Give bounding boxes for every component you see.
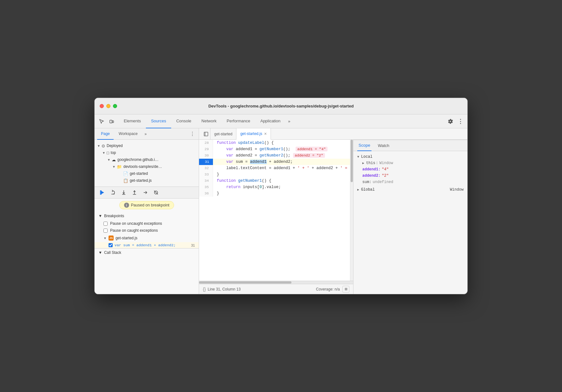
resume-button[interactable]	[98, 189, 106, 196]
line-num-28[interactable]: 28	[199, 140, 213, 146]
more-tabs-button[interactable]: »	[285, 114, 293, 128]
tree-file-html[interactable]: 📄 get-started	[95, 170, 199, 177]
scope-addend1-val: "4"	[382, 167, 389, 172]
code-lines: 28 function updateLabel() { 29 var adden…	[199, 140, 350, 197]
line-num-32[interactable]: 32	[199, 165, 213, 171]
line-num-33[interactable]: 33	[199, 171, 213, 178]
line-content-34: function getNumber1() {	[213, 178, 350, 184]
code-editor[interactable]: 28 function updateLabel() { 29 var adden…	[199, 140, 350, 281]
code-line-36: 36 }	[199, 190, 350, 197]
file-tree: ▼ ⊙ Deployed ▼ □ top ▼ ☁ googlechrome.gi…	[95, 140, 199, 187]
horizontal-scrollbar[interactable]	[199, 281, 353, 284]
tab-performance[interactable]: Performance	[222, 114, 255, 128]
line-num-36[interactable]: 36	[199, 190, 213, 197]
tab-page[interactable]: Page	[97, 128, 114, 140]
scope-this-row[interactable]: ▶ this : Window	[353, 160, 467, 166]
scope-addend2-key: addend2:	[362, 174, 381, 178]
scope-this-colon: :	[376, 161, 378, 165]
tab-scope[interactable]: Scope	[357, 140, 372, 151]
bottom-left-panel: i Paused on breakpoint ▼ Breakpoints Pau…	[95, 187, 199, 294]
coverage-detail-button[interactable]: ⊞	[342, 286, 349, 293]
call-stack-section-header[interactable]: ▼ Call Stack	[95, 248, 199, 257]
top-icon: □	[107, 150, 109, 155]
code-line-33: 33 }	[199, 171, 350, 178]
tab-network[interactable]: Network	[197, 114, 222, 128]
line-num-35[interactable]: 35	[199, 184, 213, 190]
maximize-button[interactable]	[113, 104, 117, 108]
more-sidebar-tabs[interactable]: »	[143, 132, 149, 136]
scope-area: Scope Watch ▼ Local ▶ this :	[353, 140, 467, 294]
tab-get-started[interactable]: get-started	[210, 128, 236, 140]
line-content-36: }	[213, 190, 350, 197]
line-num-34[interactable]: 34	[199, 178, 213, 184]
domain-icon: ☁	[112, 157, 116, 162]
paused-label: Paused on breakpoint	[131, 203, 170, 207]
sidebar-menu-button[interactable]: ⋮	[189, 130, 196, 138]
hscroll-thumb[interactable]	[199, 281, 291, 284]
close-tab-icon[interactable]: ×	[264, 132, 267, 136]
deactivate-breakpoints-button[interactable]	[152, 189, 160, 196]
vertical-scrollbar[interactable]	[350, 140, 353, 281]
settings-button[interactable]	[446, 117, 455, 126]
svg-rect-0	[110, 120, 112, 123]
more-options-button[interactable]: ⋮	[456, 117, 465, 126]
close-button[interactable]	[100, 104, 104, 108]
tab-watch[interactable]: Watch	[377, 140, 390, 151]
scrollbar-thumb[interactable]	[351, 140, 353, 182]
svg-rect-13	[204, 132, 208, 136]
devtools-toolbar: Elements Sources Console Network Perform…	[95, 114, 467, 128]
tree-domain[interactable]: ▼ ☁ googlechrome.github.i…	[95, 156, 183, 163]
breakpoint-checkbox[interactable]	[109, 243, 113, 247]
coverage-label: Coverage: n/a	[316, 287, 340, 291]
pause-caught-row: Pause on caught exceptions	[95, 227, 199, 234]
code-area: 28 function updateLabel() { 29 var adden…	[199, 140, 353, 294]
device-toolbar-button[interactable]	[107, 117, 116, 126]
tab-get-started-js[interactable]: get-started.js ×	[236, 128, 271, 140]
statusbar-right: Coverage: n/a ⊞	[316, 286, 349, 293]
line-num-31[interactable]: 31	[199, 159, 213, 165]
scope-addend2-row: addend2: "2"	[353, 173, 467, 179]
line-content-33: }	[213, 171, 350, 178]
pause-caught-checkbox[interactable]	[103, 229, 108, 233]
tree-file-js[interactable]: 📋 get-started.js	[95, 177, 199, 184]
minimize-button[interactable]	[106, 104, 110, 108]
tree-deployed[interactable]: ▼ ⊙ Deployed	[95, 142, 199, 149]
step-button[interactable]	[141, 189, 149, 196]
code-tabs: get-started get-started.js ×	[199, 128, 467, 140]
global-label: Global	[361, 187, 375, 192]
traffic-lights	[100, 104, 117, 108]
pause-uncaught-row: Pause on uncaught exceptions	[95, 220, 199, 227]
tab-sources[interactable]: Sources	[146, 114, 171, 128]
breakpoints-label: Breakpoints	[104, 214, 124, 218]
toggle-sidebar-button[interactable]	[202, 128, 210, 140]
step-into-button[interactable]	[120, 189, 128, 196]
step-out-button[interactable]	[131, 189, 138, 196]
scope-global-header[interactable]: ▶ Global Window	[353, 187, 467, 193]
tab-console[interactable]: Console	[171, 114, 197, 128]
breakpoint-code: var sum = addend1 + addend2;	[115, 243, 189, 247]
scope-local-header[interactable]: ▼ Local	[353, 154, 467, 160]
toolbar-right: ⋮	[446, 117, 465, 126]
info-icon: i	[124, 203, 129, 208]
arrow-icon: ▼	[102, 151, 105, 155]
tab-application[interactable]: Application	[255, 114, 286, 128]
local-label: Local	[361, 155, 372, 159]
tree-folder[interactable]: ▼ 📁 devtools-samples/de…	[95, 163, 180, 170]
scope-sum-key: sum:	[362, 180, 372, 184]
tab-workspace[interactable]: Workspace	[115, 128, 141, 140]
tab-elements[interactable]: Elements	[119, 114, 146, 128]
code-scroll-area: 28 function updateLabel() { 29 var adden…	[199, 140, 353, 281]
scope-addend1-row: addend1: "4"	[353, 166, 467, 173]
breakpoints-section-header[interactable]: ▼ Breakpoints	[95, 212, 199, 220]
line-num-29[interactable]: 29	[199, 146, 213, 152]
tab-label-js: get-started.js	[240, 132, 262, 136]
tree-top[interactable]: ▼ □ top	[95, 149, 199, 156]
breakpoint-line-row[interactable]: var sum = addend1 + addend2; 31	[95, 242, 199, 248]
js-breakpoint-icon: JS	[109, 236, 114, 241]
line-num-30[interactable]: 30	[199, 152, 213, 159]
breakpoint-file-label: get-started.js	[116, 236, 137, 240]
pause-uncaught-checkbox[interactable]	[103, 222, 108, 226]
step-over-button[interactable]	[109, 189, 117, 196]
code-line-34: 34 function getNumber1() {	[199, 178, 350, 184]
inspect-element-button[interactable]	[97, 117, 106, 126]
